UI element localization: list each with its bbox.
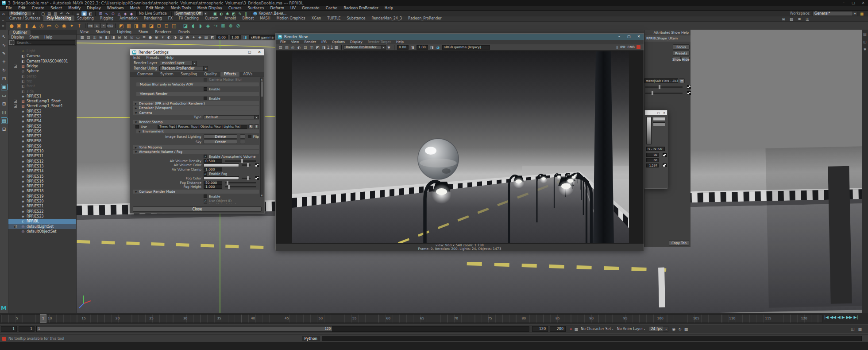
shelf-tab[interactable]: Animation [116, 16, 141, 21]
slider-handle[interactable] [659, 85, 660, 89]
vp-safe-title-icon[interactable]: ▭ [135, 35, 141, 40]
outliner-row[interactable]: ◈ RPRIES3 [8, 114, 76, 119]
fog-distance-slider[interactable] [225, 182, 256, 183]
outliner-row[interactable]: ◧ persp [8, 74, 76, 78]
separate-icon[interactable]: ▦ [125, 23, 132, 29]
outliner-row[interactable]: + ▧ Bridge [8, 64, 76, 69]
outliner-pane-layout-icon[interactable]: ▤ [1, 117, 8, 124]
maximize-button[interactable]: ▢ [849, 0, 858, 6]
outliner-row[interactable]: ◈ RPRIES4 [8, 119, 76, 124]
outliner-row[interactable]: ◐ RPRIBL [8, 219, 76, 224]
outliner-title[interactable]: Outliner [9, 30, 31, 35]
bevel-icon[interactable]: ◪ [148, 23, 155, 29]
multicut-icon[interactable]: ⊟ [163, 23, 170, 29]
command-language-toggle[interactable]: Python [302, 336, 320, 341]
combine-icon[interactable]: ◩ [118, 23, 125, 29]
character-set-dropdown[interactable]: No Character Set▾ [581, 327, 613, 331]
render-settings-tab[interactable]: Sampling [177, 72, 201, 77]
checkbox[interactable] [204, 78, 207, 82]
expand-icon[interactable]: + [14, 225, 17, 228]
fog-color-slider[interactable] [242, 178, 251, 179]
vp-gate-mask-icon[interactable]: ⊟ [116, 35, 122, 40]
range-slider-handle[interactable]: 1 120 [37, 327, 332, 331]
pro-material-icon[interactable]: ◈ [204, 23, 212, 29]
vp-xray-icon[interactable]: ◓ [185, 35, 190, 40]
menu-item[interactable]: Edit [15, 6, 28, 10]
search-input[interactable] [15, 40, 75, 45]
loop-icon[interactable]: ↻ [678, 327, 682, 331]
texture-icon[interactable] [255, 176, 259, 180]
outliner-row[interactable]: ◈ RPRIES11 [8, 154, 76, 159]
shelf-tab[interactable]: Arnold [222, 16, 239, 21]
rv-rgb-icon[interactable]: ◩ [315, 45, 320, 50]
pro-uv-icon[interactable]: ◪ [182, 23, 189, 29]
vp-lock-icon[interactable]: ▤ [85, 35, 91, 40]
enable-contour-checkbox[interactable] [204, 194, 207, 198]
camera-section[interactable]: ▼Camera [133, 110, 259, 115]
shelf-tab[interactable]: Bifrost [239, 16, 257, 21]
render-options-gear-icon[interactable]: ✱ [386, 45, 392, 50]
lasso-tool-icon[interactable]: ∿ [1, 42, 8, 48]
value-field[interactable]: 00 [646, 153, 659, 157]
texture-icon[interactable] [255, 163, 259, 167]
create-sky-button[interactable]: Create [204, 140, 237, 144]
rv-alpha-icon[interactable]: ◨ [321, 45, 327, 50]
pro-export-icon[interactable]: ↪ [212, 23, 219, 29]
outliner-row[interactable]: ◧ Camera [8, 54, 76, 58]
rv-snapshot-icon[interactable]: ◫ [309, 45, 314, 50]
scrollbar[interactable]: ▲▼ [260, 78, 263, 197]
texture-icon[interactable] [687, 91, 691, 95]
texture-icon[interactable] [663, 153, 667, 157]
chevron-down-icon[interactable]: ▾ [255, 115, 259, 119]
render-view-canvas[interactable] [276, 51, 644, 244]
attribute-editor-menus[interactable]: Attributes Show Help [644, 30, 691, 35]
pause-ipr-icon[interactable]: || [616, 46, 618, 49]
vp-film-gate-icon[interactable]: ◧ [104, 35, 110, 40]
fps-dropdown[interactable]: 24 fps [649, 326, 664, 332]
rv-compare-icon[interactable]: ▦ [333, 45, 339, 50]
render-using-dropdown[interactable]: Radeon ProRender [159, 66, 204, 71]
outliner-row[interactable]: ◇ Sphere [8, 69, 76, 74]
enable-checkbox[interactable] [204, 87, 207, 91]
stamp-reset-button[interactable]: R [248, 124, 253, 129]
minimize-button[interactable]: – [614, 34, 624, 40]
viewport-menu-item[interactable]: Lighting [113, 30, 135, 34]
menu-item[interactable]: Create [29, 6, 47, 10]
origin-icon[interactable]: 0,0,0 [107, 23, 113, 28]
boolean-icon[interactable]: ⊠ [140, 23, 147, 29]
slider-track[interactable] [645, 93, 683, 94]
playback-end-field[interactable]: 120 [532, 326, 548, 332]
air-density-field[interactable]: 0.500 [204, 159, 222, 163]
outliner-row[interactable]: ◈ RPRIES17 [8, 184, 76, 189]
menu-item[interactable]: UV [287, 6, 299, 10]
workspace-dropdown[interactable]: General* [812, 11, 853, 16]
vp-textured-icon[interactable]: ◉ [154, 35, 159, 40]
viewport-menu-item[interactable]: View [77, 30, 92, 34]
air-color-slider[interactable] [242, 164, 251, 166]
chevron-down-icon[interactable]: ▾ [382, 45, 386, 50]
shelf-tab[interactable]: FX [165, 16, 176, 21]
outliner-row[interactable]: ◈ RPRIES15 [8, 174, 76, 179]
list-toggle-icon[interactable]: ≡ [797, 16, 802, 21]
vp-shadows-icon[interactable]: ◐ [166, 35, 172, 40]
maximize-button[interactable]: ▢ [624, 34, 634, 40]
shelf-tab[interactable]: FX Caching [176, 16, 202, 21]
expand-icon[interactable]: + [14, 100, 17, 103]
minimize-button[interactable]: – [235, 49, 245, 55]
outliner-row[interactable]: ◧ top [8, 79, 76, 84]
outliner-row[interactable]: ◈ RPRIES8 [8, 139, 76, 144]
outliner-row[interactable]: ◈ RPRIES2 [8, 109, 76, 114]
pro-bake-icon[interactable]: ⊠ [220, 23, 227, 29]
delete-ibl-button[interactable]: Delete [204, 134, 237, 139]
fog-distance-field[interactable]: 50.000 [204, 181, 222, 185]
render-view-menu-item[interactable]: View [289, 40, 302, 44]
grid-toggle-icon[interactable]: ⊞ [781, 16, 786, 21]
viewport-menu-item[interactable]: Panels [175, 30, 193, 34]
paint-select-tool-icon[interactable]: ✎ [1, 50, 8, 57]
render-settings-tab[interactable]: AOVs [239, 72, 256, 77]
show-button[interactable]: Show [673, 57, 681, 62]
range-slider-track[interactable]: 1 120 [36, 326, 529, 332]
scale-tool-icon[interactable]: ⊡ [1, 75, 8, 82]
measure-curve-icon[interactable]: ≈ [100, 23, 107, 28]
copy-tab-button[interactable]: Copy Tab [669, 240, 689, 245]
